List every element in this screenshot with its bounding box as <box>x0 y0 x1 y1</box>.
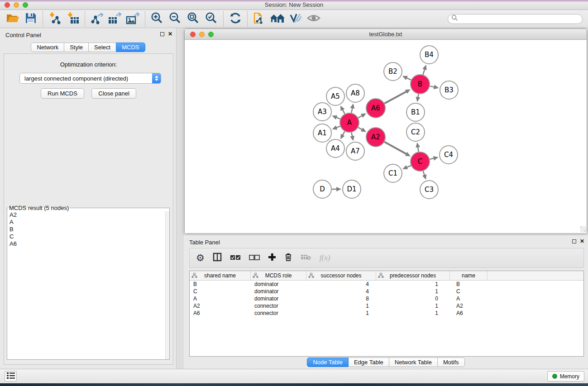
criterion-dropdown[interactable]: largest connected component (directed) <box>19 73 161 84</box>
memory-button[interactable]: Memory <box>547 371 584 381</box>
mcds-result-item[interactable]: B <box>7 226 169 233</box>
network-from-file-button[interactable] <box>250 11 268 27</box>
export-image-button[interactable] <box>124 11 142 27</box>
table-cell: 8 <box>306 295 376 302</box>
run-mcds-button[interactable]: Run MCDS <box>41 88 84 99</box>
table-row[interactable]: A6connector11A6 <box>190 310 583 317</box>
column-header-name[interactable]: name <box>450 271 488 280</box>
column-header-predecessor-nodes[interactable]: predecessor nodes <box>376 271 450 280</box>
table-tab-node-table[interactable]: Node Table <box>307 357 349 367</box>
float-panel-icon[interactable] <box>160 32 164 36</box>
network-graph[interactable]: AA1A2A3A4A5A6A7A8BB1B2B3B4CC1C2C3C4DD1 <box>185 40 587 233</box>
graph-node-label-B2: B2 <box>388 67 397 76</box>
network-window-titlebar[interactable]: testGlobe.txt <box>185 29 587 40</box>
zoom-selected-button[interactable] <box>202 11 220 27</box>
column-type-icon <box>308 273 314 280</box>
delete-table-button[interactable] <box>301 251 311 265</box>
save-session-button[interactable] <box>22 11 40 27</box>
window-controls[interactable] <box>5 2 28 8</box>
mcds-result-item[interactable]: C <box>7 233 169 240</box>
export-network-button[interactable] <box>88 11 106 27</box>
table-row[interactable]: A2connector11A2 <box>190 302 583 310</box>
refresh-button[interactable] <box>226 11 244 27</box>
gear-icon: ⚙ <box>196 253 205 263</box>
export-table-icon <box>108 12 122 26</box>
column-header-MCDS-role[interactable]: MCDS role <box>251 271 306 280</box>
tab-mcds[interactable]: MCDS <box>116 43 145 52</box>
table-cell: 4 <box>306 281 376 288</box>
graph-node-label-A: A <box>347 119 352 127</box>
table-tab-motifs[interactable]: Motifs <box>437 357 465 367</box>
graph-node-label-B3: B3 <box>445 86 454 94</box>
graph-node-label-A7: A7 <box>351 147 360 155</box>
zoom-window-icon[interactable] <box>23 2 28 8</box>
column-header-successor-nodes[interactable]: successor nodes <box>306 271 376 280</box>
mcds-result-item[interactable]: A2 <box>7 211 169 219</box>
zoom-fit-button[interactable] <box>184 11 202 27</box>
close-table-panel-icon[interactable]: ✕ <box>580 239 584 243</box>
minimize-window-icon[interactable] <box>14 2 19 8</box>
show-graphics-details-button[interactable] <box>305 11 323 27</box>
network-zoom-icon[interactable] <box>208 32 214 37</box>
delete-column-button[interactable] <box>284 251 292 265</box>
list-icon <box>6 372 15 381</box>
select-all-button[interactable] <box>230 251 241 265</box>
close-panel-button[interactable]: Close panel <box>91 88 136 99</box>
workspace-area: testGlobe.txt AA1A2A3A4A5A6A7A8BB1B2B3B4… <box>184 28 588 369</box>
graph-edge-A6-B[interactable] <box>384 91 407 104</box>
trash-icon <box>284 253 292 263</box>
table-cell: A <box>450 295 488 302</box>
close-window-icon[interactable] <box>5 2 10 8</box>
zoom-selected-icon <box>205 12 218 26</box>
export-table-button[interactable] <box>106 11 124 27</box>
function-builder-button[interactable]: f(x) <box>320 251 330 265</box>
table-row[interactable]: Cdominator41C <box>190 288 583 295</box>
import-table-button[interactable] <box>64 11 82 27</box>
table-row[interactable]: Bdominator41B <box>190 281 583 288</box>
mcds-result-list[interactable]: A2ABCA6 <box>7 211 169 359</box>
resize-grip[interactable] <box>580 226 586 232</box>
export-image-icon <box>126 12 140 26</box>
column-header-shared-name[interactable]: shared name <box>190 271 251 280</box>
table-cell: A6 <box>190 310 251 317</box>
task-history-button[interactable] <box>5 371 17 381</box>
fx-icon: f(x) <box>320 253 330 262</box>
graph-node-label-A2: A2 <box>371 133 380 141</box>
tab-network[interactable]: Network <box>31 43 64 52</box>
search-field[interactable] <box>448 14 583 24</box>
tab-select[interactable]: Select <box>88 43 116 52</box>
network-close-icon[interactable] <box>190 32 196 37</box>
network-minimize-icon[interactable] <box>199 32 205 37</box>
column-layout-button[interactable] <box>213 251 222 265</box>
table-settings-button[interactable]: ⚙ <box>196 251 205 265</box>
edge-arrowhead-icon <box>434 85 439 89</box>
table-cell: 1 <box>306 302 376 310</box>
toolbar-separator <box>223 11 224 27</box>
graph-edge-B-B4[interactable] <box>423 69 425 75</box>
mcds-result-item[interactable]: A <box>7 219 169 226</box>
deselect-all-button[interactable] <box>249 251 260 265</box>
graph-node-label-C3: C3 <box>425 186 434 194</box>
float-table-panel-icon[interactable] <box>572 239 576 243</box>
column-header-label: name <box>462 272 475 279</box>
mcds-result-item[interactable]: A6 <box>7 240 169 248</box>
table-tab-edge-table[interactable]: Edge Table <box>348 357 389 367</box>
mcds-result-scrollbar[interactable] <box>165 211 169 359</box>
tab-style[interactable]: Style <box>64 43 89 52</box>
hide-graphics-details-button[interactable] <box>287 11 305 27</box>
network-file-icon <box>253 11 266 27</box>
toolbar-separator <box>247 11 248 27</box>
table-row[interactable]: Adominator80A <box>190 295 583 302</box>
table-tab-network-table[interactable]: Network Table <box>389 357 438 367</box>
app-titlebar: Session: New Session <box>0 0 588 10</box>
import-network-button[interactable] <box>46 11 64 27</box>
add-column-button[interactable] <box>268 251 276 265</box>
home-button[interactable] <box>268 11 287 27</box>
open-session-button[interactable] <box>4 11 22 27</box>
graph-edge-A2-C[interactable] <box>384 142 407 154</box>
zoom-out-button[interactable] <box>166 11 184 27</box>
search-input[interactable] <box>458 15 582 23</box>
save-floppy-icon <box>25 12 37 26</box>
close-panel-icon[interactable]: ✕ <box>168 32 172 36</box>
zoom-in-button[interactable] <box>148 11 166 27</box>
